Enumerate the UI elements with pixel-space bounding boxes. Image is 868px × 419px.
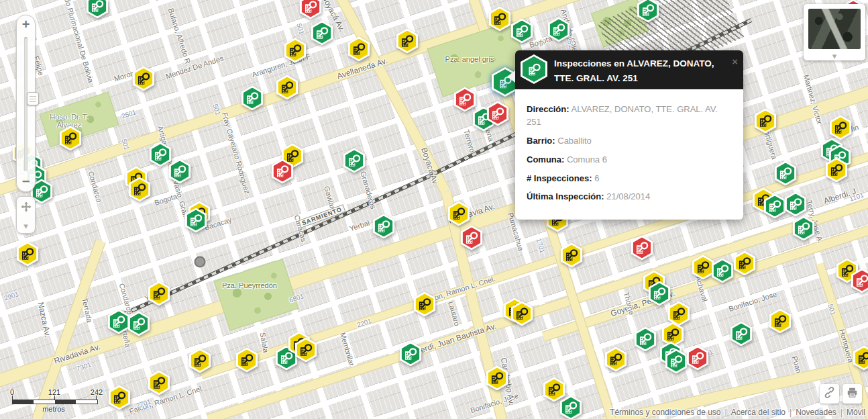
popup-field-label: # Inspecciones: [527, 173, 592, 183]
inspection-marker[interactable] [343, 148, 366, 173]
zoom-slider-track[interactable] [24, 37, 28, 171]
inspection-marker[interactable] [129, 177, 151, 202]
inspection-marker[interactable] [560, 395, 582, 419]
footer-separator: | [721, 408, 731, 417]
street-label: † [539, 38, 543, 48]
inspection-marker[interactable] [284, 38, 307, 63]
inspection-marker[interactable] [185, 208, 207, 233]
inspection-marker[interactable] [414, 292, 436, 317]
inspection-marker[interactable] [830, 115, 852, 140]
house-number-label: 1701 [535, 238, 547, 254]
popup-field: Última Inspección: 21/08/2014 [527, 191, 732, 203]
inspection-marker[interactable] [17, 242, 39, 267]
inspection-marker[interactable] [489, 7, 511, 32]
inspection-marker[interactable] [631, 236, 653, 261]
street-label: Terrada [80, 297, 93, 324]
zoom-in-button[interactable]: + [17, 17, 35, 33]
street-label: Salala [258, 332, 270, 353]
zoom-slider-handle[interactable] [27, 92, 39, 105]
footer-link[interactable]: Novedades [796, 408, 836, 417]
inspection-marker[interactable] [712, 259, 734, 283]
inspection-marker[interactable] [60, 126, 82, 151]
inspection-marker[interactable] [769, 309, 792, 334]
footer-link[interactable]: Móvil [847, 408, 865, 417]
inspection-marker[interactable] [775, 161, 797, 186]
inspection-marker[interactable] [189, 348, 211, 373]
inspection-marker[interactable] [241, 86, 264, 111]
close-icon[interactable]: × [732, 57, 738, 66]
inspection-marker[interactable] [236, 348, 258, 373]
inspection-marker[interactable] [311, 21, 333, 46]
popup-field-label: Última Inspección: [527, 191, 604, 201]
inspection-marker[interactable] [635, 327, 657, 352]
street-label: Bogota [154, 192, 178, 207]
inspection-marker[interactable] [272, 159, 294, 184]
inspection-marker[interactable] [373, 214, 395, 239]
inspection-marker[interactable] [396, 29, 419, 54]
inspection-marker[interactable] [511, 301, 533, 326]
house-number-label: 2901 [3, 290, 20, 301]
inspection-popup: Inspecciones en ALVAREZ, DONATO, TTE. GR… [515, 50, 743, 220]
inspection-marker[interactable] [300, 0, 322, 19]
inspection-marker[interactable] [785, 192, 807, 217]
inspection-marker[interactable] [851, 269, 868, 293]
inspection-marker[interactable] [487, 101, 509, 126]
inspection-marker[interactable] [109, 385, 131, 410]
house-number-label: 2501 [121, 108, 138, 120]
inspection-marker[interactable] [448, 201, 470, 226]
inspection-marker[interactable] [486, 366, 508, 391]
inspection-marker[interactable] [461, 226, 483, 250]
inspection-marker[interactable] [853, 346, 868, 371]
popup-header: Inspecciones en ALVAREZ, DONATO, TTE. GR… [515, 50, 743, 89]
street-label: Puan [791, 355, 804, 374]
popup-tail [507, 71, 515, 83]
footer-link[interactable]: Acerca del sitio [731, 408, 785, 417]
park-label: Pza. Pueyrredón [222, 281, 277, 289]
inspection-marker[interactable] [793, 216, 815, 241]
street-label: Bufano, Alfredo R. [166, 7, 193, 67]
inspection-marker[interactable] [348, 37, 370, 62]
basemap-preview[interactable]: ▾ [804, 4, 865, 60]
minimap-collapse-icon[interactable]: ▾ [804, 53, 865, 60]
footer-link[interactable]: Términos y condiciones de uso [610, 408, 720, 417]
inspection-marker[interactable] [148, 371, 170, 395]
inspection-marker[interactable] [295, 338, 317, 363]
inspection-marker[interactable] [108, 310, 130, 334]
inspection-marker[interactable] [605, 347, 627, 372]
popup-title: Inspecciones en ALVAREZ, DONATO, TTE. GR… [554, 54, 738, 85]
collapse-controls-icon[interactable]: ▾ [23, 223, 28, 230]
inspections-icon [521, 54, 547, 84]
zoom-out-button[interactable]: − [17, 174, 35, 190]
inspection-marker[interactable] [665, 349, 688, 374]
inspection-marker[interactable] [148, 281, 170, 306]
popup-field-value: Caballito [555, 136, 592, 146]
pan-arrows-icon[interactable] [20, 201, 32, 216]
inspection-marker[interactable] [730, 322, 753, 346]
link-icon [823, 386, 836, 402]
popup-field: Barrio: Caballito [527, 135, 732, 148]
inspection-marker[interactable] [826, 158, 848, 183]
inspection-marker[interactable] [561, 243, 583, 268]
inspection-marker[interactable] [169, 159, 191, 184]
inspection-marker[interactable] [276, 75, 299, 100]
popup-field-value: 6 [592, 173, 600, 183]
satellite-thumbnail[interactable] [808, 9, 861, 49]
inspection-marker[interactable] [734, 251, 756, 276]
inspection-marker[interactable] [637, 0, 659, 23]
print-icon [846, 386, 859, 402]
inspection-marker[interactable] [133, 66, 155, 91]
popup-field: Dirección: ALVAREZ, DONATO, TTE. GRAL. A… [527, 103, 732, 129]
street-label: Nazca Av. [36, 301, 53, 338]
print-button[interactable] [843, 384, 862, 404]
inspection-marker[interactable] [128, 312, 150, 336]
inspection-marker[interactable] [511, 19, 533, 44]
popup-field-label: Comuna: [527, 154, 564, 165]
inspection-marker[interactable] [400, 342, 422, 367]
inspection-marker[interactable] [755, 109, 777, 134]
share-link-button[interactable] [820, 384, 839, 404]
inspection-marker[interactable] [687, 346, 709, 371]
popup-field: # Inspecciones: 6 [527, 173, 732, 185]
inspection-marker[interactable] [548, 17, 570, 42]
inspection-marker[interactable] [87, 0, 109, 19]
inspection-marker[interactable] [764, 194, 786, 219]
